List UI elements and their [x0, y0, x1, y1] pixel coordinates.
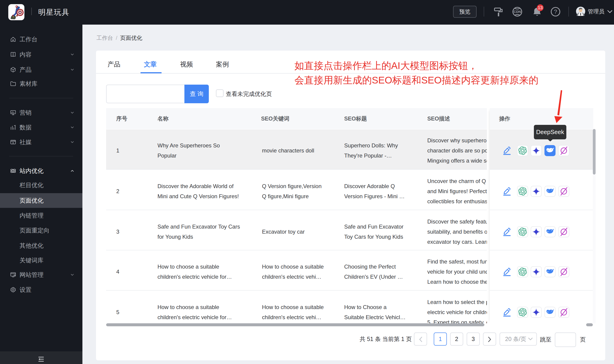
svg-text:CDN: CDN — [514, 10, 521, 13]
svg-text:?: ? — [554, 9, 557, 15]
